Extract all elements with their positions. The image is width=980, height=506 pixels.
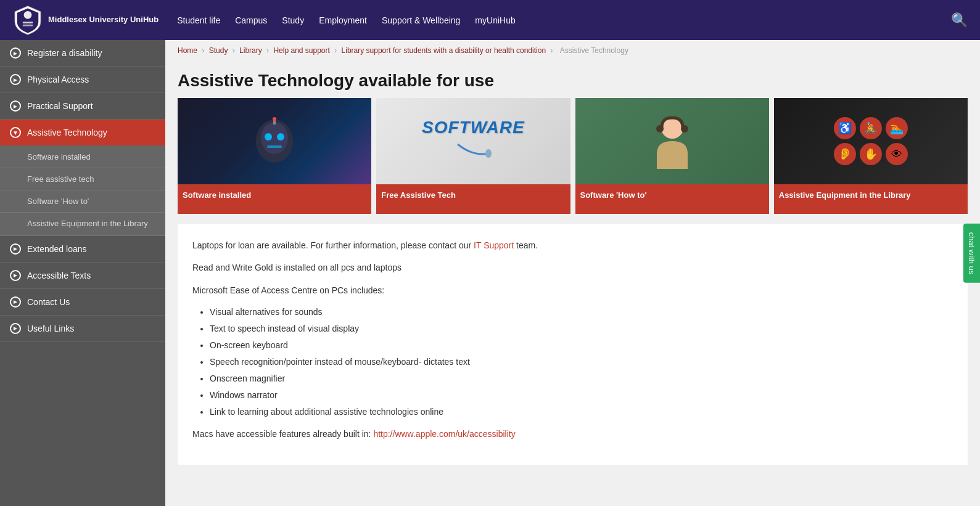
svg-rect-7 <box>267 145 282 148</box>
svg-point-13 <box>681 125 688 133</box>
top-navigation: Middlesex University UniHub Student life… <box>0 0 980 40</box>
nav-study[interactable]: Study <box>282 13 304 28</box>
sidebar-item-label: Useful Links <box>27 324 74 333</box>
sidebar-item-label: Assistive Technology <box>27 128 107 137</box>
sub-item-label: Software 'How to' <box>27 197 89 206</box>
mouse-cable-icon <box>455 141 492 160</box>
sidebar-item-label: Accessible Texts <box>27 271 91 280</box>
sidebar-item-physical-access[interactable]: ► Physical Access <box>0 67 165 93</box>
card-image-free-assistive: SOFTWARE <box>376 98 570 184</box>
sidebar-item-label: Contact Us <box>27 297 70 307</box>
sub-item-label: Free assistive tech <box>27 174 94 184</box>
sidebar-item-accessible-texts[interactable]: ► Accessible Texts <box>0 263 165 289</box>
page-title: Assistive Technology available for use <box>165 61 980 98</box>
sidebar-sub-howto[interactable]: Software 'How to' <box>0 190 165 213</box>
sidebar-item-register-disability[interactable]: ► Register a disability <box>0 40 165 67</box>
main-content-block: Laptops for loan are available. For furt… <box>178 224 968 465</box>
nav-campus[interactable]: Campus <box>235 13 267 28</box>
breadcrumb-sep: › <box>334 46 339 55</box>
card-software-howto[interactable]: Software 'How to' <box>575 98 769 214</box>
sidebar-sub-equipment[interactable]: Assistive Equipment in the Library <box>0 213 165 236</box>
it-support-link[interactable]: IT Support <box>474 240 514 250</box>
eye-icon: 👁 <box>886 143 908 165</box>
breadcrumb-sep: › <box>266 46 271 55</box>
card-free-assistive-tech[interactable]: SOFTWARE Free Assistive Tech <box>376 98 570 214</box>
nav-links: Student life Campus Study Employment Sup… <box>177 13 951 28</box>
breadcrumb-sep: › <box>202 46 206 55</box>
svg-point-6 <box>277 133 284 141</box>
logo-link[interactable]: Middlesex University UniHub <box>12 5 159 36</box>
chevron-icon: ► <box>10 47 21 59</box>
page-wrapper: ► Register a disability ► Physical Acces… <box>0 40 980 506</box>
nav-employment[interactable]: Employment <box>319 13 367 28</box>
card-image-software-installed <box>178 98 371 184</box>
para-microsoft: Microsoft Ease of Access Centre on PCs i… <box>192 284 953 297</box>
nav-myunihub[interactable]: myUniHub <box>475 13 515 28</box>
nav-support-wellbeing[interactable]: Support & Wellbeing <box>382 13 460 28</box>
card-assistive-equipment[interactable]: ♿ 🚴 🏊 👂 ✋ 👁 Assistive Equipment in the L… <box>774 98 968 214</box>
card-label-assistive-equipment: Assistive Equipment in the Library <box>774 184 968 214</box>
hearing-icon: 👂 <box>834 143 856 165</box>
chevron-icon: ► <box>10 243 21 255</box>
chevron-icon: ▼ <box>10 127 21 138</box>
sidebar-item-assistive-technology[interactable]: ▼ Assistive Technology <box>0 120 165 146</box>
hand-icon: ✋ <box>860 143 882 165</box>
sidebar-sub-software-installed[interactable]: Software installed <box>0 146 165 168</box>
card-software-installed[interactable]: Software installed <box>178 98 371 214</box>
list-item-magnifier: Onscreen magnifier <box>210 372 953 385</box>
search-button[interactable]: 🔍 <box>951 12 968 28</box>
breadcrumb-sep: › <box>233 46 237 55</box>
logo-text: Middlesex University UniHub <box>48 15 159 25</box>
wheelchair-icon: ♿ <box>834 117 856 139</box>
software-text: SOFTWARE <box>422 118 525 137</box>
sub-item-label: Software installed <box>27 152 91 161</box>
svg-point-5 <box>265 133 272 141</box>
breadcrumb-study[interactable]: Study <box>209 46 228 55</box>
breadcrumb-sep: › <box>550 46 554 55</box>
person-headphones-icon <box>644 110 700 172</box>
nav-student-life[interactable]: Student life <box>177 13 220 28</box>
breadcrumb-home[interactable]: Home <box>178 46 197 55</box>
sidebar-sub-free-assistive[interactable]: Free assistive tech <box>0 168 165 190</box>
list-item-visual-alt: Visual alternatives for sounds <box>210 306 953 319</box>
svg-point-0 <box>24 11 32 19</box>
sub-item-label: Assistive Equipment in the Library <box>27 219 148 229</box>
breadcrumb-current: Assistive Technology <box>560 46 628 55</box>
sidebar-item-useful-links[interactable]: ► Useful Links <box>0 316 165 342</box>
list-item-text-speech: Text to speech instead of visual display <box>210 322 953 335</box>
robot-head-icon <box>250 113 299 169</box>
sidebar-item-label: Register a disability <box>27 48 102 58</box>
card-image-assistive-equipment: ♿ 🚴 🏊 👂 ✋ 👁 <box>774 98 968 184</box>
ease-of-access-list: Visual alternatives for sounds Text to s… <box>192 306 953 418</box>
svg-rect-1 <box>23 22 33 23</box>
svg-point-10 <box>485 149 492 158</box>
list-item-learn-more: Link to learning about additional assist… <box>210 406 953 418</box>
sidebar-item-practical-support[interactable]: ► Practical Support <box>0 93 165 120</box>
cycling-icon: 🚴 <box>860 117 882 139</box>
list-item-narrator: Windows narrator <box>210 389 953 402</box>
breadcrumb-library-support[interactable]: Library support for students with a disa… <box>342 46 546 55</box>
sidebar-item-label: Physical Access <box>27 75 89 84</box>
card-label-software-howto: Software 'How to' <box>575 184 769 214</box>
chevron-icon: ► <box>10 323 21 334</box>
svg-rect-2 <box>23 24 33 26</box>
swimming-icon: 🏊 <box>886 117 908 139</box>
apple-accessibility-link[interactable]: http://www.apple.com/uk/accessibility <box>373 429 515 439</box>
para-read-write: Read and Write Gold is installed on all … <box>192 261 953 274</box>
svg-point-12 <box>656 125 664 133</box>
chat-widget[interactable]: chat with us <box>963 223 980 283</box>
list-item-speech-recognition: Speech recognition/pointer instead of mo… <box>210 356 953 369</box>
card-label-software-installed: Software installed <box>178 184 371 214</box>
card-label-free-assistive: Free Assistive Tech <box>376 184 570 214</box>
card-image-software-howto <box>575 98 769 184</box>
sidebar-item-contact-us[interactable]: ► Contact Us <box>0 289 165 316</box>
chevron-icon: ► <box>10 296 21 308</box>
para-macs: Macs have accessible features already bu… <box>192 427 953 441</box>
breadcrumb-help-support[interactable]: Help and support <box>273 46 329 55</box>
chevron-icon: ► <box>10 74 21 85</box>
breadcrumb-library[interactable]: Library <box>239 46 262 55</box>
sidebar: ► Register a disability ► Physical Acces… <box>0 40 165 506</box>
sidebar-item-extended-loans[interactable]: ► Extended loans <box>0 236 165 263</box>
university-logo <box>12 5 43 36</box>
sidebar-item-label: Practical Support <box>27 101 93 111</box>
